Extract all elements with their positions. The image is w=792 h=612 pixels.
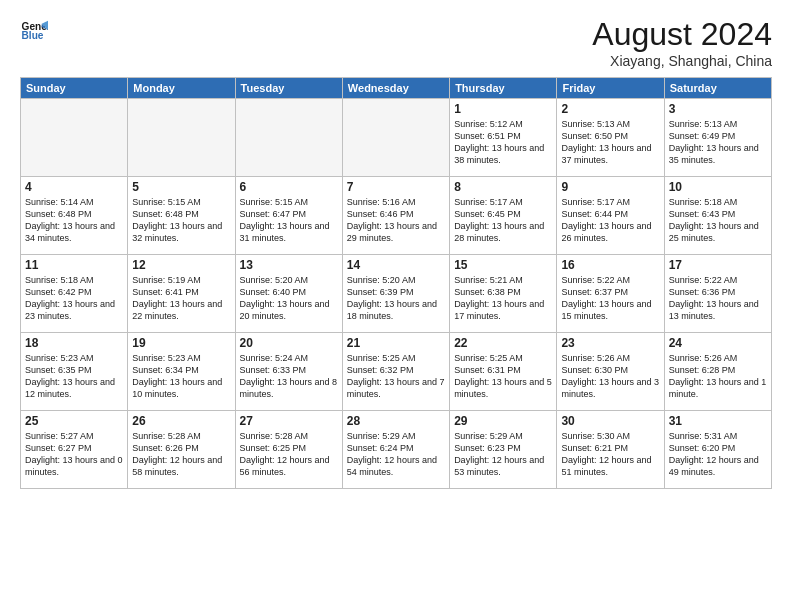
day-number: 27 xyxy=(240,414,338,428)
col-monday: Monday xyxy=(128,78,235,99)
table-row xyxy=(235,99,342,177)
day-number: 12 xyxy=(132,258,230,272)
table-row: 23Sunrise: 5:26 AMSunset: 6:30 PMDayligh… xyxy=(557,333,664,411)
col-friday: Friday xyxy=(557,78,664,99)
day-number: 4 xyxy=(25,180,123,194)
day-number: 21 xyxy=(347,336,445,350)
table-row: 21Sunrise: 5:25 AMSunset: 6:32 PMDayligh… xyxy=(342,333,449,411)
day-number: 10 xyxy=(669,180,767,194)
day-info: Sunrise: 5:15 AMSunset: 6:47 PMDaylight:… xyxy=(240,196,338,245)
day-number: 24 xyxy=(669,336,767,350)
day-info: Sunrise: 5:27 AMSunset: 6:27 PMDaylight:… xyxy=(25,430,123,479)
month-title: August 2024 xyxy=(592,16,772,53)
table-row: 12Sunrise: 5:19 AMSunset: 6:41 PMDayligh… xyxy=(128,255,235,333)
table-row: 13Sunrise: 5:20 AMSunset: 6:40 PMDayligh… xyxy=(235,255,342,333)
logo: General Blue xyxy=(20,16,48,44)
table-row: 11Sunrise: 5:18 AMSunset: 6:42 PMDayligh… xyxy=(21,255,128,333)
table-row: 9Sunrise: 5:17 AMSunset: 6:44 PMDaylight… xyxy=(557,177,664,255)
table-row: 17Sunrise: 5:22 AMSunset: 6:36 PMDayligh… xyxy=(664,255,771,333)
table-row: 25Sunrise: 5:27 AMSunset: 6:27 PMDayligh… xyxy=(21,411,128,489)
day-number: 8 xyxy=(454,180,552,194)
day-info: Sunrise: 5:18 AMSunset: 6:43 PMDaylight:… xyxy=(669,196,767,245)
day-info: Sunrise: 5:29 AMSunset: 6:24 PMDaylight:… xyxy=(347,430,445,479)
table-row: 6Sunrise: 5:15 AMSunset: 6:47 PMDaylight… xyxy=(235,177,342,255)
day-info: Sunrise: 5:19 AMSunset: 6:41 PMDaylight:… xyxy=(132,274,230,323)
day-info: Sunrise: 5:13 AMSunset: 6:50 PMDaylight:… xyxy=(561,118,659,167)
day-info: Sunrise: 5:23 AMSunset: 6:35 PMDaylight:… xyxy=(25,352,123,401)
day-number: 19 xyxy=(132,336,230,350)
table-row xyxy=(21,99,128,177)
day-number: 26 xyxy=(132,414,230,428)
day-number: 6 xyxy=(240,180,338,194)
table-row: 19Sunrise: 5:23 AMSunset: 6:34 PMDayligh… xyxy=(128,333,235,411)
day-number: 11 xyxy=(25,258,123,272)
table-row: 10Sunrise: 5:18 AMSunset: 6:43 PMDayligh… xyxy=(664,177,771,255)
table-row xyxy=(128,99,235,177)
day-info: Sunrise: 5:13 AMSunset: 6:49 PMDaylight:… xyxy=(669,118,767,167)
day-number: 18 xyxy=(25,336,123,350)
table-row: 15Sunrise: 5:21 AMSunset: 6:38 PMDayligh… xyxy=(450,255,557,333)
day-info: Sunrise: 5:28 AMSunset: 6:25 PMDaylight:… xyxy=(240,430,338,479)
table-row: 31Sunrise: 5:31 AMSunset: 6:20 PMDayligh… xyxy=(664,411,771,489)
calendar-week-row: 1Sunrise: 5:12 AMSunset: 6:51 PMDaylight… xyxy=(21,99,772,177)
table-row: 5Sunrise: 5:15 AMSunset: 6:48 PMDaylight… xyxy=(128,177,235,255)
day-info: Sunrise: 5:26 AMSunset: 6:30 PMDaylight:… xyxy=(561,352,659,401)
day-number: 22 xyxy=(454,336,552,350)
table-row: 1Sunrise: 5:12 AMSunset: 6:51 PMDaylight… xyxy=(450,99,557,177)
day-number: 25 xyxy=(25,414,123,428)
day-number: 3 xyxy=(669,102,767,116)
day-number: 20 xyxy=(240,336,338,350)
day-number: 7 xyxy=(347,180,445,194)
day-number: 15 xyxy=(454,258,552,272)
day-info: Sunrise: 5:16 AMSunset: 6:46 PMDaylight:… xyxy=(347,196,445,245)
table-row xyxy=(342,99,449,177)
table-row: 27Sunrise: 5:28 AMSunset: 6:25 PMDayligh… xyxy=(235,411,342,489)
day-number: 9 xyxy=(561,180,659,194)
day-info: Sunrise: 5:17 AMSunset: 6:45 PMDaylight:… xyxy=(454,196,552,245)
logo-icon: General Blue xyxy=(20,16,48,44)
day-info: Sunrise: 5:14 AMSunset: 6:48 PMDaylight:… xyxy=(25,196,123,245)
day-info: Sunrise: 5:30 AMSunset: 6:21 PMDaylight:… xyxy=(561,430,659,479)
day-number: 29 xyxy=(454,414,552,428)
svg-text:Blue: Blue xyxy=(22,30,44,41)
col-saturday: Saturday xyxy=(664,78,771,99)
calendar-week-row: 11Sunrise: 5:18 AMSunset: 6:42 PMDayligh… xyxy=(21,255,772,333)
table-row: 24Sunrise: 5:26 AMSunset: 6:28 PMDayligh… xyxy=(664,333,771,411)
day-info: Sunrise: 5:25 AMSunset: 6:31 PMDaylight:… xyxy=(454,352,552,401)
day-info: Sunrise: 5:20 AMSunset: 6:40 PMDaylight:… xyxy=(240,274,338,323)
table-row: 22Sunrise: 5:25 AMSunset: 6:31 PMDayligh… xyxy=(450,333,557,411)
day-number: 17 xyxy=(669,258,767,272)
table-row: 2Sunrise: 5:13 AMSunset: 6:50 PMDaylight… xyxy=(557,99,664,177)
day-number: 30 xyxy=(561,414,659,428)
day-number: 16 xyxy=(561,258,659,272)
day-info: Sunrise: 5:23 AMSunset: 6:34 PMDaylight:… xyxy=(132,352,230,401)
day-info: Sunrise: 5:21 AMSunset: 6:38 PMDaylight:… xyxy=(454,274,552,323)
title-block: August 2024 Xiayang, Shanghai, China xyxy=(592,16,772,69)
page-header: General Blue August 2024 Xiayang, Shangh… xyxy=(20,16,772,69)
day-info: Sunrise: 5:22 AMSunset: 6:37 PMDaylight:… xyxy=(561,274,659,323)
day-info: Sunrise: 5:31 AMSunset: 6:20 PMDaylight:… xyxy=(669,430,767,479)
day-number: 28 xyxy=(347,414,445,428)
col-tuesday: Tuesday xyxy=(235,78,342,99)
table-row: 16Sunrise: 5:22 AMSunset: 6:37 PMDayligh… xyxy=(557,255,664,333)
calendar-week-row: 18Sunrise: 5:23 AMSunset: 6:35 PMDayligh… xyxy=(21,333,772,411)
calendar-week-row: 4Sunrise: 5:14 AMSunset: 6:48 PMDaylight… xyxy=(21,177,772,255)
table-row: 4Sunrise: 5:14 AMSunset: 6:48 PMDaylight… xyxy=(21,177,128,255)
table-row: 18Sunrise: 5:23 AMSunset: 6:35 PMDayligh… xyxy=(21,333,128,411)
day-info: Sunrise: 5:26 AMSunset: 6:28 PMDaylight:… xyxy=(669,352,767,401)
table-row: 7Sunrise: 5:16 AMSunset: 6:46 PMDaylight… xyxy=(342,177,449,255)
day-number: 5 xyxy=(132,180,230,194)
day-number: 13 xyxy=(240,258,338,272)
table-row: 29Sunrise: 5:29 AMSunset: 6:23 PMDayligh… xyxy=(450,411,557,489)
calendar-table: Sunday Monday Tuesday Wednesday Thursday… xyxy=(20,77,772,489)
day-number: 2 xyxy=(561,102,659,116)
day-info: Sunrise: 5:22 AMSunset: 6:36 PMDaylight:… xyxy=(669,274,767,323)
table-row: 30Sunrise: 5:30 AMSunset: 6:21 PMDayligh… xyxy=(557,411,664,489)
table-row: 8Sunrise: 5:17 AMSunset: 6:45 PMDaylight… xyxy=(450,177,557,255)
day-number: 14 xyxy=(347,258,445,272)
location: Xiayang, Shanghai, China xyxy=(592,53,772,69)
day-info: Sunrise: 5:25 AMSunset: 6:32 PMDaylight:… xyxy=(347,352,445,401)
day-number: 23 xyxy=(561,336,659,350)
calendar-header-row: Sunday Monday Tuesday Wednesday Thursday… xyxy=(21,78,772,99)
col-wednesday: Wednesday xyxy=(342,78,449,99)
